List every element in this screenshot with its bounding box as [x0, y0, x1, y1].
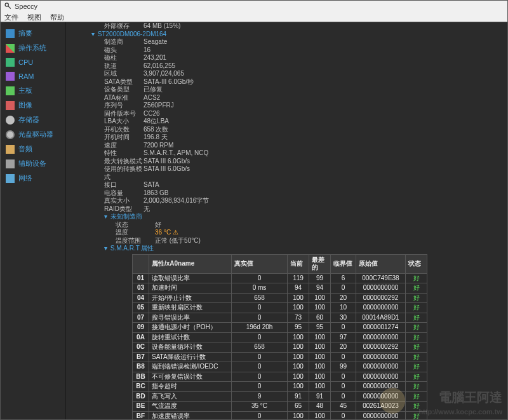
summary-icon	[6, 29, 15, 38]
app-icon	[4, 2, 12, 11]
os-icon	[6, 44, 15, 53]
table-row: BD高飞写入9919100000000000好	[133, 391, 427, 402]
drive-info-row: LBA大小48位LBA	[104, 118, 501, 126]
table-row: 0C设备能量循环计数658100100200000000292好	[133, 342, 427, 353]
table-header: 当前	[288, 254, 309, 273]
drive-info-row: 区域3,907,024,065	[104, 70, 501, 78]
drive-name[interactable]: ST2000DM006-2DM164	[98, 30, 166, 37]
table-row: BB不可修复错误计数010010000000000000好	[133, 372, 427, 382]
sidebar-item-odd[interactable]: 光盘驱动器	[1, 127, 65, 142]
table-row: BC指令超时010010000000000000好	[133, 382, 427, 392]
chevron-down-icon: ▾	[91, 30, 95, 37]
svg-line-1	[8, 6, 11, 9]
drive-info-row: 最大转换模式SATA III 6.0Gb/s	[104, 158, 501, 166]
chevron-down-icon: ▾	[104, 245, 107, 252]
drive-info-row: 磁头16	[104, 46, 501, 55]
sidebar-item-net[interactable]: 网络	[1, 171, 65, 186]
table-header: 最差的	[309, 254, 331, 273]
table-header: 属性/xA0name	[149, 254, 232, 273]
drive-info-row: SATA类型SATA-III 6.0Gb/秒	[104, 78, 501, 86]
unknown-mfr-node[interactable]: ▾ 未知制造商	[104, 213, 501, 221]
table-row: 04开始/停止计数658100100200000000292好	[133, 293, 427, 303]
sidebar-item-ram[interactable]: RAM	[1, 69, 65, 83]
drive-info-row: ATA标准ACS2	[104, 94, 501, 102]
table-row: B7SATA降级运行计数010010000000000000好	[133, 352, 427, 362]
temp-range-row: 温度范围 正常 (低于50°C)	[116, 237, 501, 245]
drive-node[interactable]: ▾ ST2000DM006-2DM164	[91, 30, 501, 39]
storage-icon	[6, 116, 15, 125]
status-row: 状态 好	[116, 221, 501, 229]
warning-icon: ⚠	[173, 229, 178, 236]
sidebar-item-cpu[interactable]: CPU	[1, 55, 65, 69]
sidebar-item-audio[interactable]: 音频	[1, 142, 65, 156]
drive-info-row: 特性S.M.A.R.T., APM, NCQ	[104, 149, 501, 158]
net-icon	[6, 174, 15, 183]
drive-info-row: 真实大小2,000,398,934,016字节	[104, 197, 501, 205]
menu-file[interactable]: 文件	[4, 13, 18, 21]
drive-info-row: 轨道62,016,255	[104, 62, 501, 71]
drive-info-row: 固件版本号CC26	[104, 110, 501, 118]
sidebar-item-gfx[interactable]: 图像	[1, 98, 65, 112]
content: 外部缓存 64 MB (15%) ▾ ST2000DM006-2DM164 制造…	[66, 22, 507, 419]
sidebar-item-periph[interactable]: 辅助设备	[1, 156, 65, 171]
menubar: 文件 视图 帮助	[1, 12, 507, 22]
smart-node[interactable]: ▾ S.M.A.R.T 属性	[104, 245, 501, 253]
sidebar: 摘要 操作系统 CPU RAM 主板 图像 存储器 光盘驱动器	[1, 22, 66, 419]
sidebar-item-storage[interactable]: 存储器	[1, 112, 65, 127]
window-title: Speccy	[15, 3, 37, 10]
drive-info-row: 开机时间196.8 天	[104, 133, 501, 142]
drive-info-row: 速度7200 RPM	[104, 142, 501, 150]
sidebar-item-summary[interactable]: 摘要	[1, 26, 65, 41]
table-row: 05重新映射扇区计数0100100100000000000好	[133, 303, 427, 313]
table-row: B8端到端错误检测/IOEDC0100100990000000000好	[133, 362, 427, 372]
drive-info-row: 使用的转换模式SATA III 6.0Gb/s	[104, 165, 501, 181]
drive-info-row: 序列号Z560PFRJ	[104, 102, 501, 110]
table-row: 01读取错误比率0119996000C749E38好	[133, 273, 427, 283]
drive-info-row: 接口SATA	[104, 181, 501, 189]
audio-icon	[6, 145, 15, 154]
sidebar-item-mb[interactable]: 主板	[1, 83, 65, 98]
table-row: 09接通电源小时（POH）196d 20h959500000001274好	[133, 323, 427, 333]
table-row: BF加速度错误率010010000000000000好	[133, 411, 427, 419]
gfx-icon	[6, 101, 15, 110]
drive-info-row: RAID类型无	[104, 205, 501, 213]
table-row: 07搜寻错误比率073603000014A89D1好	[133, 313, 427, 323]
table-row: BE气流温度35 °C65484500261A0023好	[133, 402, 427, 412]
table-header: 原始值	[356, 254, 406, 273]
table-header: 临界值	[331, 254, 356, 273]
chevron-down-icon: ▾	[104, 213, 107, 220]
sidebar-item-os[interactable]: 操作系统	[1, 41, 65, 55]
drive-info-row: 电容量1863 GB	[104, 189, 501, 198]
ram-icon	[6, 72, 15, 81]
odd-icon	[6, 130, 15, 139]
watermark: 電腦王阿達 http://www.kocpc.com.tw	[418, 390, 502, 417]
smart-table: 属性/xA0name真实值当前最差的临界值原始值状态 01读取错误比率01199…	[132, 254, 427, 420]
drive-info-row: 磁柱243,201	[104, 54, 501, 62]
drive-info-row: 设备类型已修复	[104, 86, 501, 94]
table-row: 03加速时间0 ms949400000000000好	[133, 283, 427, 294]
table-row: 0A旋转重试计数0100100970000000000好	[133, 332, 427, 342]
drive-info-row: 制造商Seagate	[104, 38, 501, 46]
cache-row: 外部缓存 64 MB (15%)	[104, 22, 501, 30]
mb-icon	[6, 86, 15, 95]
menu-help[interactable]: 帮助	[50, 13, 64, 21]
table-header: 状态	[406, 254, 427, 273]
drive-info-row: 开机次数658 次数	[104, 126, 501, 134]
menu-view[interactable]: 视图	[27, 13, 41, 21]
table-header: 真实值	[232, 254, 288, 273]
periph-icon	[6, 159, 15, 168]
svg-point-0	[5, 3, 8, 6]
cpu-icon	[6, 58, 15, 67]
titlebar: Speccy	[1, 1, 507, 12]
temp-row: 温度 36 °C ⚠	[116, 229, 501, 237]
